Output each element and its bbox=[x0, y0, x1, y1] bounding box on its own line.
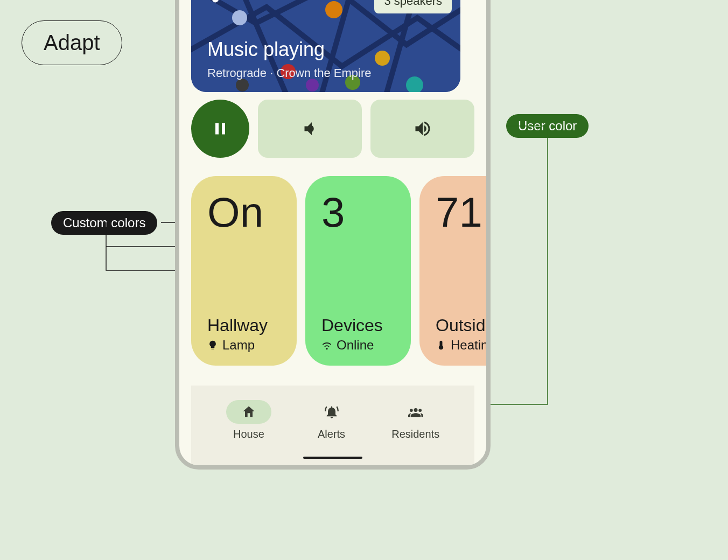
svg-point-1 bbox=[232, 10, 247, 25]
tile-name: Devices bbox=[321, 316, 395, 335]
annotation-user-color: User color bbox=[506, 114, 589, 138]
nav-residents[interactable]: Residents bbox=[391, 400, 439, 440]
tile-big-value: On bbox=[207, 191, 281, 233]
phone-frame: 3 speakers Music playing Retrograde · Cr… bbox=[175, 0, 491, 470]
nav-pill bbox=[393, 400, 438, 424]
svg-point-8 bbox=[306, 79, 319, 92]
annotation-custom-colors-text: Custom colors bbox=[63, 215, 145, 230]
thermo-icon bbox=[436, 340, 446, 351]
bottom-nav: House Alerts Residents bbox=[191, 386, 474, 465]
nav-label: Alerts bbox=[318, 428, 345, 440]
adapt-label: Adapt bbox=[44, 31, 100, 54]
annotation-custom-colors: Custom colors bbox=[51, 211, 157, 235]
music-subtitle: Retrograde · Crown the Empire bbox=[207, 66, 371, 80]
nav-house[interactable]: House bbox=[226, 400, 271, 440]
pause-button[interactable] bbox=[191, 100, 249, 158]
tile-row: On Hallway Lamp 3 Devices Online bbox=[191, 176, 474, 366]
wifi-icon bbox=[321, 340, 332, 351]
volume-high-icon bbox=[413, 119, 432, 138]
nav-pill bbox=[309, 400, 354, 424]
tile-sub-text: Online bbox=[337, 338, 374, 353]
tile-big-value: 3 bbox=[321, 191, 395, 233]
volume-high-button[interactable] bbox=[370, 100, 474, 158]
nav-label: Residents bbox=[391, 428, 439, 440]
nav-alerts[interactable]: Alerts bbox=[309, 400, 354, 440]
home-indicator bbox=[303, 457, 362, 459]
speakers-chip[interactable]: 3 speakers bbox=[374, 0, 452, 13]
tile-outside[interactable]: 71 Outside Heating bbox=[419, 176, 491, 366]
tile-hallway[interactable]: On Hallway Lamp bbox=[191, 176, 297, 366]
house-icon bbox=[241, 404, 256, 419]
volume-low-button[interactable] bbox=[258, 100, 362, 158]
music-note-icon bbox=[207, 0, 227, 5]
tile-devices[interactable]: 3 Devices Online bbox=[305, 176, 411, 366]
music-card[interactable]: 3 speakers Music playing Retrograde · Cr… bbox=[191, 0, 460, 92]
annotation-user-color-text: User color bbox=[518, 118, 577, 133]
svg-point-5 bbox=[375, 51, 390, 66]
tile-big-value: 71 bbox=[436, 191, 491, 233]
phone-content: 3 speakers Music playing Retrograde · Cr… bbox=[191, 0, 474, 465]
volume-low-icon bbox=[300, 119, 320, 138]
adapt-chip: Adapt bbox=[22, 20, 122, 65]
nav-label: House bbox=[233, 428, 264, 440]
nav-pill-active bbox=[226, 400, 271, 424]
svg-point-7 bbox=[236, 79, 249, 92]
tile-name: Outside bbox=[436, 316, 491, 335]
speakers-chip-text: 3 speakers bbox=[384, 0, 442, 8]
music-title: Music playing bbox=[207, 38, 325, 61]
tile-name: Hallway bbox=[207, 316, 281, 335]
bulb-icon bbox=[207, 340, 218, 351]
bell-icon bbox=[324, 404, 339, 419]
pause-icon bbox=[211, 119, 230, 138]
svg-point-3 bbox=[325, 1, 342, 18]
tile-sub-text: Lamp bbox=[222, 338, 255, 353]
media-controls bbox=[191, 100, 474, 158]
people-icon bbox=[408, 404, 423, 419]
tile-sub-text: Heating bbox=[451, 338, 491, 353]
